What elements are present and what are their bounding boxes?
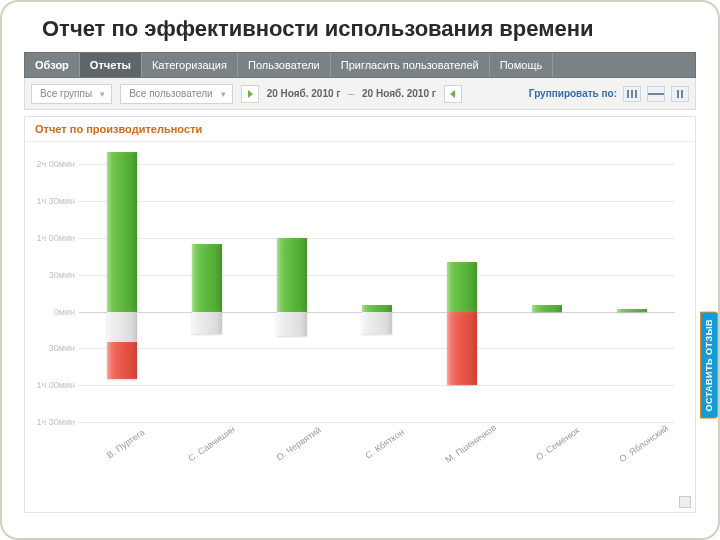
y-tick-label: 30мин bbox=[31, 343, 75, 353]
bar-column[interactable] bbox=[99, 152, 145, 422]
panel-title: Отчет по производительности bbox=[25, 117, 695, 142]
x-tick-label: О. Семенюк bbox=[530, 422, 585, 465]
date-from[interactable]: 20 Нояб. 2010 г bbox=[267, 88, 341, 99]
group-by-grid-button[interactable] bbox=[671, 86, 689, 102]
y-tick-label: 0мин bbox=[31, 307, 75, 317]
nav-help[interactable]: Помощь bbox=[490, 53, 554, 77]
x-tick-label: В. Пуртега bbox=[98, 422, 153, 465]
bar-column[interactable] bbox=[354, 152, 400, 422]
y-tick-label: 1ч 30мин bbox=[31, 196, 75, 206]
user-dropdown[interactable]: Все пользователи ▾ bbox=[120, 84, 233, 104]
bar-column[interactable] bbox=[184, 152, 230, 422]
group-dropdown[interactable]: Все группы ▾ bbox=[31, 84, 112, 104]
group-by-label: Группировать по: bbox=[529, 88, 617, 99]
y-tick-label: 1ч 00мин bbox=[31, 380, 75, 390]
filter-bar: Все группы ▾ Все пользователи ▾ 20 Нояб.… bbox=[24, 78, 696, 110]
user-dropdown-label: Все пользователи bbox=[129, 88, 213, 99]
nav-overview[interactable]: Обзор bbox=[25, 53, 80, 77]
nav-categorization[interactable]: Категоризация bbox=[142, 53, 238, 77]
x-tick-label: О. Яблонский bbox=[616, 422, 671, 465]
productivity-panel: Отчет по производительности 2ч 00мин1ч 3… bbox=[24, 116, 696, 513]
feedback-tab[interactable]: ОСТАВИТЬ ОТЗЫВ bbox=[700, 312, 718, 419]
main-nav: Обзор Отчеты Категоризация Пользователи … bbox=[24, 52, 696, 78]
y-tick-label: 30мин bbox=[31, 270, 75, 280]
x-tick-label: С. Кбяткон bbox=[357, 422, 412, 465]
x-tick-label: О. Червятий bbox=[271, 422, 326, 465]
resize-handle-icon[interactable] bbox=[679, 496, 691, 508]
productivity-chart: 2ч 00мин1ч 30мин1ч 00мин30мин0мин30мин1ч… bbox=[25, 142, 695, 512]
group-by-bars-button[interactable] bbox=[623, 86, 641, 102]
nav-invite[interactable]: Пригласить пользователей bbox=[331, 53, 490, 77]
page-title: Отчет по эффективности использования вре… bbox=[24, 16, 696, 42]
bar-column[interactable] bbox=[269, 152, 315, 422]
bar-column[interactable] bbox=[524, 152, 570, 422]
chevron-down-icon: ▾ bbox=[221, 89, 226, 99]
nav-users[interactable]: Пользователи bbox=[238, 53, 331, 77]
y-tick-label: 2ч 00мин bbox=[31, 159, 75, 169]
x-tick-label: М. Пшеничков bbox=[444, 422, 499, 465]
date-prev-button[interactable] bbox=[241, 85, 259, 103]
nav-reports[interactable]: Отчеты bbox=[80, 53, 142, 77]
bar-column[interactable] bbox=[609, 152, 655, 422]
group-dropdown-label: Все группы bbox=[40, 88, 92, 99]
date-separator: – bbox=[349, 88, 355, 99]
bar-column[interactable] bbox=[439, 152, 485, 422]
y-tick-label: 1ч 30мин bbox=[31, 417, 75, 427]
date-next-button[interactable] bbox=[444, 85, 462, 103]
group-by-lines-button[interactable] bbox=[647, 86, 665, 102]
y-tick-label: 1ч 00мин bbox=[31, 233, 75, 243]
x-tick-label: С. Савчишин bbox=[185, 422, 240, 465]
chevron-down-icon: ▾ bbox=[100, 89, 105, 99]
date-to[interactable]: 20 Нояб. 2010 г bbox=[362, 88, 436, 99]
